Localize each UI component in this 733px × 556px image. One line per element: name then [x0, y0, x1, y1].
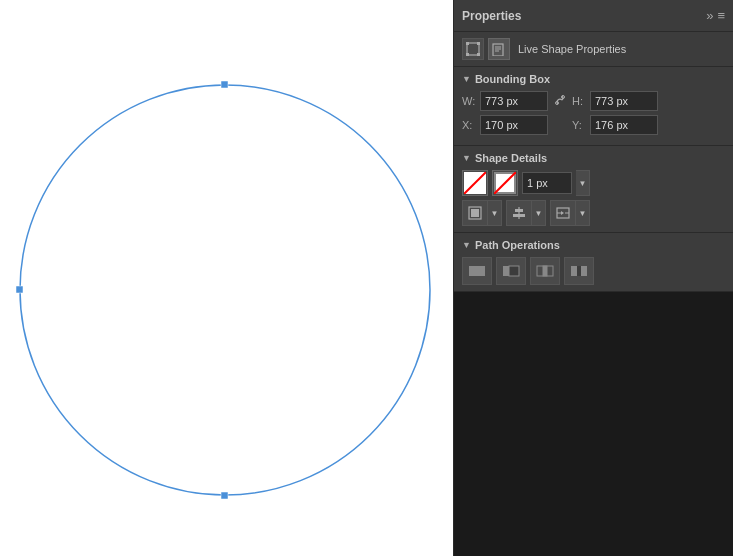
panel-title: Properties — [462, 9, 521, 23]
unite-button[interactable] — [462, 257, 492, 285]
align-btn-3[interactable] — [550, 200, 576, 226]
align-btn-1[interactable] — [462, 200, 488, 226]
sd-chevron: ▼ — [462, 153, 471, 163]
tab-transform[interactable] — [462, 38, 484, 60]
bb-chevron: ▼ — [462, 74, 471, 84]
svg-rect-22 — [515, 209, 523, 212]
align-row: ▼ ▼ — [462, 200, 725, 226]
align-btn-2-group: ▼ — [506, 200, 546, 226]
bounding-box-section: ▼ Bounding Box W: H: X: — [454, 67, 733, 146]
stroke-fill-row: ▼ — [462, 170, 725, 196]
properties-panel: Properties » ≡ Live Shape Prop — [453, 0, 733, 556]
w-label: W: — [462, 95, 476, 107]
svg-point-0 — [20, 85, 430, 495]
bb-title: Bounding Box — [475, 73, 550, 85]
panel-bottom — [454, 292, 733, 556]
path-ops-header[interactable]: ▼ Path Operations — [462, 239, 725, 251]
svg-rect-29 — [475, 266, 485, 276]
svg-rect-1 — [221, 81, 228, 88]
svg-rect-8 — [477, 53, 480, 56]
x-label: X: — [462, 119, 476, 131]
h-input[interactable] — [590, 91, 658, 111]
circle-container — [0, 0, 453, 556]
shape-details-section: ▼ Shape Details ▼ — [454, 146, 733, 233]
align-btn-2-arrow[interactable]: ▼ — [532, 200, 546, 226]
svg-rect-5 — [466, 42, 469, 45]
svg-rect-20 — [471, 209, 479, 217]
menu-icon[interactable]: ≡ — [717, 8, 725, 23]
y-label: Y: — [572, 119, 586, 131]
align-btn-2[interactable] — [506, 200, 532, 226]
stroke-swatch[interactable] — [492, 170, 518, 196]
po-chevron: ▼ — [462, 240, 471, 250]
svg-rect-23 — [513, 214, 525, 217]
align-btn-3-arrow[interactable]: ▼ — [576, 200, 590, 226]
intersect-button[interactable] — [530, 257, 560, 285]
svg-rect-31 — [509, 266, 519, 276]
svg-rect-2 — [16, 286, 23, 293]
minus-front-button[interactable] — [496, 257, 526, 285]
expand-icon[interactable]: » — [706, 8, 713, 23]
svg-rect-9 — [493, 44, 503, 56]
panel-header-icons: » ≡ — [706, 8, 725, 23]
sd-title: Shape Details — [475, 152, 547, 164]
exclude-button[interactable] — [564, 257, 594, 285]
po-title: Path Operations — [475, 239, 560, 251]
x-input[interactable] — [480, 115, 548, 135]
live-shape-label: Live Shape Properties — [518, 43, 626, 55]
align-btn-1-arrow[interactable]: ▼ — [488, 200, 502, 226]
svg-rect-6 — [477, 42, 480, 45]
svg-rect-7 — [466, 53, 469, 56]
panel-header-left: Properties — [462, 9, 521, 23]
tab-appearance[interactable] — [488, 38, 510, 60]
svg-rect-34 — [543, 266, 547, 276]
svg-marker-27 — [561, 211, 564, 215]
canvas-area — [0, 0, 453, 556]
shape-details-header[interactable]: ▼ Shape Details — [462, 152, 725, 164]
w-input[interactable] — [480, 91, 548, 111]
h-label: H: — [572, 95, 586, 107]
path-operations-section: ▼ Path Operations — [454, 233, 733, 292]
tabs-row: Live Shape Properties — [454, 32, 733, 67]
align-btn-1-group: ▼ — [462, 200, 502, 226]
link-icon[interactable] — [552, 93, 568, 110]
svg-rect-37 — [577, 266, 581, 276]
bounding-box-header[interactable]: ▼ Bounding Box — [462, 73, 725, 85]
stroke-width-input[interactable] — [522, 172, 572, 194]
path-ops-buttons — [462, 257, 725, 285]
svg-rect-3 — [221, 492, 228, 499]
stroke-width-dropdown[interactable]: ▼ — [576, 170, 590, 196]
panel-header: Properties » ≡ — [454, 0, 733, 32]
y-input[interactable] — [590, 115, 658, 135]
align-btn-3-group: ▼ — [550, 200, 590, 226]
xy-row: X: Y: — [462, 115, 725, 135]
fill-swatch[interactable] — [462, 170, 488, 196]
wh-row: W: H: — [462, 91, 725, 111]
